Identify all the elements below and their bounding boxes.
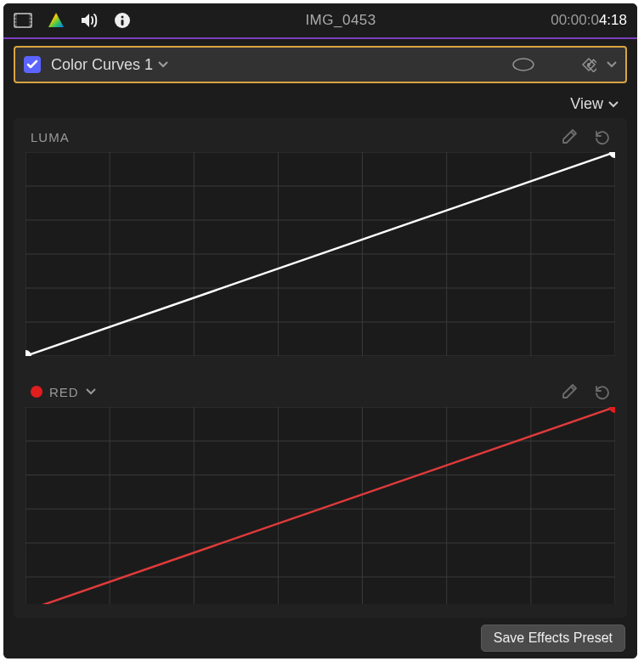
red-curve-point-high[interactable] <box>609 407 615 413</box>
svg-point-10 <box>587 63 590 66</box>
red-label: RED <box>49 385 79 399</box>
svg-point-6 <box>121 16 124 19</box>
chevron-down-icon <box>158 60 168 69</box>
view-menu[interactable]: View <box>570 95 619 113</box>
save-effects-preset-button[interactable]: Save Effects Preset <box>481 625 625 652</box>
clip-name: IMG_0453 <box>131 12 551 29</box>
inspector-footer: Save Effects Preset <box>3 618 637 659</box>
chevron-down-icon <box>608 100 619 109</box>
timecode-dim: 00:00:0 <box>551 12 599 28</box>
curves-area: LUMA <box>14 118 627 618</box>
eyedropper-icon[interactable] <box>561 383 578 400</box>
reset-icon[interactable] <box>593 128 610 145</box>
view-label: View <box>570 95 603 113</box>
svg-point-8 <box>513 59 534 71</box>
effect-enable-checkbox[interactable] <box>24 56 41 73</box>
info-inspector-icon[interactable] <box>114 12 131 29</box>
reset-icon[interactable] <box>593 383 610 400</box>
video-inspector-icon[interactable] <box>14 13 32 28</box>
luma-label: LUMA <box>31 130 70 144</box>
chevron-down-icon[interactable] <box>86 387 96 396</box>
red-swatch <box>31 386 42 398</box>
svg-rect-7 <box>121 20 124 25</box>
effect-name-label: Color Curves 1 <box>51 56 153 74</box>
luma-curve-panel: LUMA <box>25 123 615 356</box>
effect-name-dropdown[interactable]: Color Curves 1 <box>51 56 168 74</box>
luma-curve-point-low[interactable] <box>25 350 31 356</box>
effect-header-row[interactable]: Color Curves 1 <box>14 46 627 83</box>
svg-marker-4 <box>48 13 64 27</box>
color-inspector-icon[interactable] <box>48 12 65 29</box>
audio-inspector-icon[interactable] <box>80 12 99 29</box>
timecode-bright: 4:18 <box>599 12 627 28</box>
timecode: 00:00:04:18 <box>551 12 627 29</box>
keyframe-chevron-icon[interactable] <box>607 60 617 69</box>
luma-curve-point-high[interactable] <box>609 152 615 158</box>
red-curve-panel: RED <box>25 378 615 604</box>
inspector-topbar: IMG_0453 00:00:04:18 <box>3 3 637 37</box>
eyedropper-icon[interactable] <box>561 128 578 145</box>
red-curve-line[interactable] <box>25 407 615 604</box>
red-curve-editor[interactable] <box>25 407 615 604</box>
luma-curve-editor[interactable] <box>25 152 615 356</box>
keyframe-icon[interactable] <box>581 57 596 72</box>
mask-icon[interactable] <box>511 57 535 72</box>
